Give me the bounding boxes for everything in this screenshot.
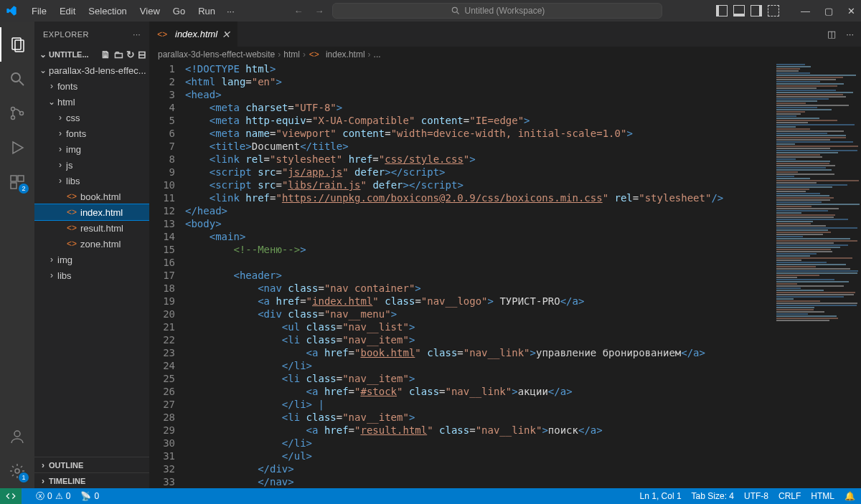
nav-back-icon[interactable]: ← [293,6,303,16]
command-center[interactable]: Untitled (Workspace) [332,3,662,19]
line-numbers: 1234567891011121314151617181920212223242… [149,62,185,488]
menu-go[interactable]: Go [167,3,191,19]
status-cursor[interactable]: Ln 1, Col 1 [640,491,682,501]
html-file-icon: <> [156,29,168,39]
activity-accounts[interactable] [0,419,34,454]
svg-rect-9 [11,176,17,181]
tree-item-result-html[interactable]: <>result.html [34,220,149,236]
sidebar-title: EXPLORER [43,30,89,39]
refresh-icon[interactable]: ↻ [126,49,135,60]
tab-label: index.html [175,29,217,39]
editor-area: <> index.html ✕ ◫ ··· parallax-3d-lens-e… [149,22,861,488]
file-tree[interactable]: ⌄parallax-3d-lens-effec...›fonts⌄html›cs… [34,62,149,457]
status-ports[interactable]: 📡0 [80,491,99,501]
menu-file[interactable]: File [26,3,52,19]
workspace-name: UNTITLE... [49,50,89,59]
svg-line-5 [19,81,24,85]
breadcrumb-segment[interactable]: parallax-3d-lens-effect-website [158,49,275,60]
tree-item-libs[interactable]: ›libs [34,267,149,283]
status-language[interactable]: HTML [811,491,834,501]
activity-settings[interactable]: 1 [0,454,34,488]
extensions-badge: 2 [19,184,29,194]
activity-run-debug[interactable] [0,130,34,165]
search-icon [451,6,461,16]
statusbar: ⓧ0 ⚠0 📡0 Ln 1, Col 1 Tab Size: 4 UTF-8 C… [0,488,861,504]
tree-item-zone-html[interactable]: <>zone.html [34,236,149,252]
sidebar: EXPLORER ··· ⌄ UNTITLE... 🗎 🗀 ↻ ⊟ ⌄paral… [34,22,149,488]
tree-item-fonts[interactable]: ›fonts [34,78,149,94]
status-eol[interactable]: CRLF [778,491,801,501]
activity-explorer[interactable] [0,27,34,62]
remote-button[interactable] [0,488,22,504]
menu-run[interactable]: Run [192,3,221,19]
split-editor-icon[interactable]: ◫ [827,29,836,39]
tree-item-css[interactable]: ›css [34,110,149,125]
nav-forward-icon[interactable]: → [314,6,324,16]
svg-point-4 [11,73,20,82]
svg-point-7 [11,116,15,120]
customize-layout-icon[interactable] [768,5,779,16]
breadcrumb-segment[interactable]: ... [374,49,381,60]
menu-more[interactable]: ··· [221,3,240,19]
status-problems[interactable]: ⓧ0 ⚠0 [36,490,70,503]
svg-point-13 [15,469,19,473]
editor-tabs: <> index.html ✕ ◫ ··· [149,22,861,47]
tree-item-book-html[interactable]: <>book.html [34,189,149,204]
minimap[interactable] [775,62,861,488]
more-actions-icon[interactable]: ··· [846,29,854,39]
notifications-icon[interactable]: 🔔 [844,491,855,501]
tree-item-img[interactable]: ›img [34,252,149,267]
status-tabsize[interactable]: Tab Size: 4 [692,491,734,501]
new-folder-icon[interactable]: 🗀 [113,49,123,60]
tree-item-fonts[interactable]: ›fonts [34,125,149,141]
tree-item-img[interactable]: ›img [34,141,149,157]
activity-search[interactable] [0,62,34,96]
titlebar: FileEditSelectionViewGoRun ··· ← → Untit… [0,0,861,22]
toggle-secondary-sidebar-icon[interactable] [751,5,762,16]
svg-line-1 [456,12,458,14]
tree-item-parallax-3d-lens-effec---[interactable]: ⌄parallax-3d-lens-effec... [34,62,149,78]
sidebar-more-icon[interactable]: ··· [133,30,141,39]
menu-edit[interactable]: Edit [54,3,81,19]
status-encoding[interactable]: UTF-8 [744,491,768,501]
activity-bar: 2 1 [0,22,34,488]
breadcrumbs[interactable]: parallax-3d-lens-effect-website›html›<>i… [149,47,861,62]
tree-item-html[interactable]: ⌄html [34,94,149,110]
code-editor[interactable]: 1234567891011121314151617181920212223242… [149,62,861,488]
svg-point-0 [452,7,457,12]
tree-item-js[interactable]: ›js [34,157,149,173]
window-maximize-icon[interactable]: ▢ [824,6,833,16]
collapse-icon[interactable]: ⊟ [138,49,146,60]
chevron-down-icon: ⌄ [37,49,49,60]
svg-point-12 [14,431,20,437]
outline-section[interactable]: ›OUTLINE [34,457,149,472]
new-file-icon[interactable]: 🗎 [100,49,110,60]
tree-item-index-html[interactable]: <>index.html [34,204,149,220]
toggle-panel-icon[interactable] [733,5,745,16]
vscode-logo-icon [6,5,17,16]
window-close-icon[interactable]: ✕ [847,6,855,16]
tree-item-libs[interactable]: ›libs [34,173,149,189]
breadcrumb-segment[interactable]: html [283,49,300,60]
menu-bar: FileEditSelectionViewGoRun [26,3,221,19]
close-tab-icon[interactable]: ✕ [222,29,230,40]
tab-index-html[interactable]: <> index.html ✕ [149,22,238,47]
svg-rect-10 [18,176,24,181]
code-content[interactable]: <!DOCTYPE html><html lang="en"><head> <m… [185,62,775,488]
command-center-label: Untitled (Workspace) [465,6,545,16]
activity-extensions[interactable]: 2 [0,165,34,199]
svg-rect-11 [11,183,17,189]
svg-point-6 [11,108,15,111]
layout-controls[interactable] [716,5,779,16]
timeline-section[interactable]: ›TIMELINE [34,472,149,488]
breadcrumb-segment[interactable]: index.html [326,49,365,60]
workspace-header[interactable]: ⌄ UNTITLE... 🗎 🗀 ↻ ⊟ [34,47,149,62]
menu-selection[interactable]: Selection [83,3,132,19]
settings-badge: 1 [19,472,29,482]
menu-view[interactable]: View [134,3,166,19]
window-minimize-icon[interactable]: — [801,6,810,16]
activity-source-control[interactable] [0,96,34,130]
toggle-primary-sidebar-icon[interactable] [716,5,728,16]
